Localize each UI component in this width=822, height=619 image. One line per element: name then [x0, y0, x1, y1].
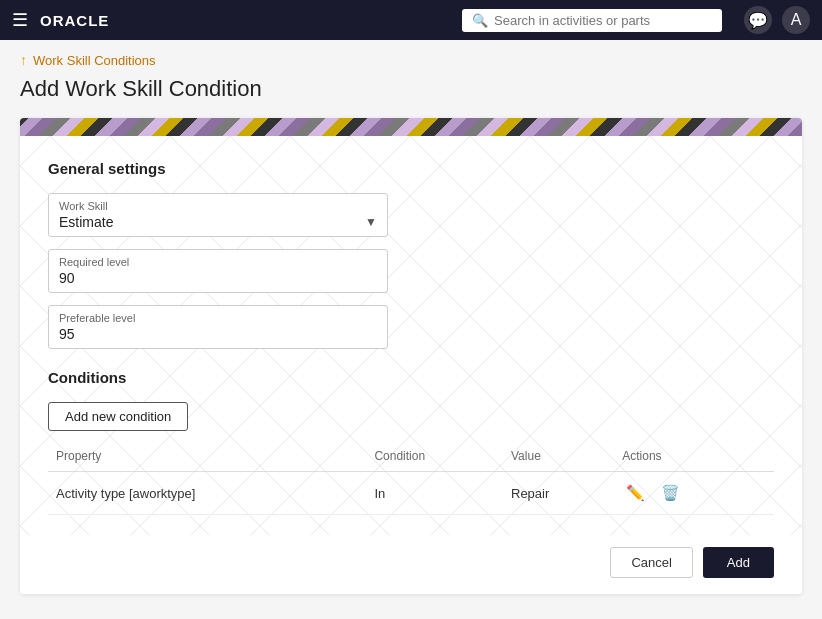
row-condition: In [366, 472, 503, 515]
preferable-level-field[interactable]: Preferable level [48, 305, 388, 349]
page-title: Add Work Skill Condition [20, 76, 802, 102]
search-input[interactable] [494, 13, 712, 28]
search-bar[interactable]: 🔍 [462, 9, 722, 32]
row-actions: ✏️ 🗑️ [614, 472, 774, 515]
preferable-level-input[interactable] [59, 326, 377, 342]
edit-button[interactable]: ✏️ [622, 482, 649, 504]
col-value: Value [503, 445, 614, 472]
add-button[interactable]: Add [703, 547, 774, 578]
page-content: ↑ Work Skill Conditions Add Work Skill C… [0, 40, 822, 614]
breadcrumb: ↑ Work Skill Conditions [20, 52, 802, 68]
general-settings-heading: General settings [48, 160, 774, 177]
col-condition: Condition [366, 445, 503, 472]
search-icon: 🔍 [472, 13, 488, 28]
work-skill-label: Work Skill [59, 200, 377, 212]
chevron-down-icon: ▼ [365, 215, 377, 229]
col-actions: Actions [614, 445, 774, 472]
required-level-label: Required level [59, 256, 377, 268]
topnav-icon-group: 💬 A [744, 6, 810, 34]
conditions-table: Property Condition Value Actions Activit… [48, 445, 774, 515]
breadcrumb-arrow-icon: ↑ [20, 52, 27, 68]
chat-icon-button[interactable]: 💬 [744, 6, 772, 34]
delete-button[interactable]: 🗑️ [657, 482, 684, 504]
work-skill-field[interactable]: Work Skill Estimate ▼ [48, 193, 388, 237]
add-condition-button[interactable]: Add new condition [48, 402, 188, 431]
menu-icon[interactable]: ☰ [12, 9, 28, 31]
preferable-level-label: Preferable level [59, 312, 377, 324]
conditions-section: Conditions Add new condition Property Co… [48, 369, 774, 515]
row-property: Activity type [aworktype] [48, 472, 366, 515]
work-skill-select[interactable]: Estimate [59, 214, 365, 230]
footer-buttons: Cancel Add [20, 535, 802, 594]
breadcrumb-link[interactable]: Work Skill Conditions [33, 53, 156, 68]
col-property: Property [48, 445, 366, 472]
required-level-field[interactable]: Required level [48, 249, 388, 293]
top-navigation: ☰ ORACLE 🔍 💬 A [0, 0, 822, 40]
oracle-logo: ORACLE [40, 12, 109, 29]
table-row: Activity type [aworktype] In Repair ✏️ 🗑… [48, 472, 774, 515]
required-level-input[interactable] [59, 270, 377, 286]
cancel-button[interactable]: Cancel [610, 547, 692, 578]
conditions-heading: Conditions [48, 369, 774, 386]
main-card: General settings Work Skill Estimate ▼ R… [20, 118, 802, 594]
user-avatar[interactable]: A [782, 6, 810, 34]
card-body: General settings Work Skill Estimate ▼ R… [20, 136, 802, 535]
row-value: Repair [503, 472, 614, 515]
card-decorative-band [20, 118, 802, 136]
